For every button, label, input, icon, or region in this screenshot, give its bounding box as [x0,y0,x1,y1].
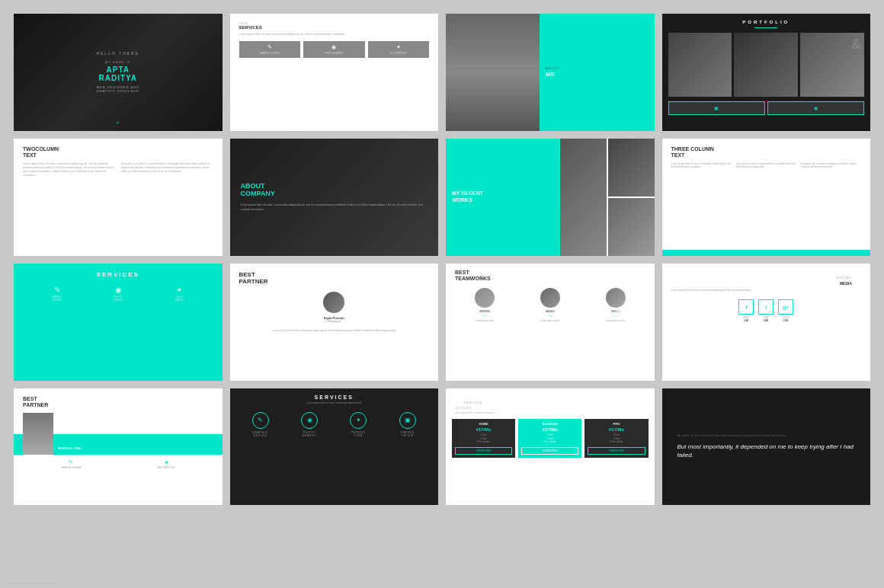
plan-pro-button[interactable]: ORDER NOW [588,447,645,455]
slide-1-intro[interactable]: HELLO THERE MY NAME IS APTA RADITYA WEB … [14,14,223,131]
slide-13-best-partner-photo[interactable]: BEST PARTNER WORTRUL CHO ✎ GRAPHIC DESIG… [14,388,223,506]
services-cyan-title: SERVICES [14,264,223,283]
team-icons-2: f t [549,315,552,318]
services-boxes: ✎ GRAPHIC DESIGN ◉ PHOTOGRAPHY ✦ ILLUSTR… [230,37,439,64]
team-avatar-2 [540,288,560,308]
intro-content: HELLO THERE MY NAME IS APTA RADITYA WEB … [14,14,223,131]
service-label-1: GRAPHIC DESIGN [260,52,280,55]
partner-avatar [323,292,344,313]
plan-home-price: #17/Mo [455,427,512,432]
dark-svc-icon-2: ◉ [307,417,312,423]
slide-16-quote[interactable]: My clients will, be to good luck, hard w… [662,388,871,506]
recent-works-grid [560,139,654,256]
slide-6-about-company[interactable]: ABOUT COMPANY Lorem ipsum dolor sit amet… [230,139,439,256]
plan-business-features: 1 User1 UserFree Update [521,433,578,444]
partner-photo-2 [23,413,53,455]
social-icons: f FACE 1.2K t TWIT 3.4K g+ GOOG 2.1K [662,296,871,325]
plan-pro-features: 1 User1 UserFree Update [588,433,645,444]
dark-svc-label-4: PRESENTATION [401,431,415,437]
service-label-2: PHOTOGRAPHY [325,52,343,55]
service-box-2: ◉ PHOTOGRAPHY [303,41,365,58]
partner-role: Photographer [327,320,341,323]
plan-pro: PRO #17/Mo 1 User1 UserFree Update ORDER… [585,419,648,458]
plan-business-button[interactable]: ORDER NOW [521,447,578,455]
plans-container: HOME #17/Mo 1 User1 UserFree Update ORDE… [446,419,655,464]
quote-text: But most importantly, it depended on me … [677,443,856,459]
services-cyan-icons: ✎ GRAPHICDESIGN ◉ PHOTOGRAPHY ✦ ILLUSTRA… [14,283,223,308]
dark-svc-icon-4: ▣ [405,417,411,423]
col-1: Lorem ipsum dolor sit amet, consectetur … [23,162,115,178]
about-me-text: ABOUT ME [540,14,654,131]
team-icon-fb: f [483,315,484,318]
partner-person: Kayla Primutu Photographer [230,289,439,326]
slide-5-two-column[interactable]: TWOCOLUMN TEXT Lorem ipsum dolor sit ame… [14,139,223,256]
dark-svc-icon-3: ✦ [356,417,361,423]
google-box: g+ [778,299,793,315]
slide-3-about-me[interactable]: ABOUT ME [446,14,655,131]
svc-item-3: ✦ ILLUSTRATION [175,286,184,302]
social-facebook: f FACE 1.2K [738,299,754,322]
service-icon-2: ◉ [332,44,336,50]
slide-12-social-media[interactable]: SOCIAL MEDIA Lorem ipsum dolor sit amet,… [662,264,871,381]
slide-14-services-dark[interactable]: SERVICES Lorem ipsum dolor sit amet, con… [230,388,439,506]
work-image-2 [608,139,655,197]
slide-7-recent-works[interactable]: MY RECENT WORKS [446,139,655,256]
about-me-photo [446,14,540,131]
three-col-title: THREE COLUMN TEXT [662,139,871,162]
svc-icon-2: ◉ [115,286,122,294]
plan-home-button[interactable]: ORDER NOW [455,447,512,455]
dark-svc-label-3: PRODUCTION [351,431,366,437]
svc-item-1: ✎ GRAPHICDESIGN [52,286,62,302]
slide-15-service-offers[interactable]: SERVICE OFFERS Lorem ipsum dolor sit ame… [446,388,655,506]
service-icon-1: ✎ [267,44,272,50]
quote-pretext: My clients will, be to good luck, hard w… [677,434,856,438]
ampersand-decoration: & [851,37,861,53]
services-header: OUR SERVICES [230,14,439,33]
slide-9-services-cyan[interactable]: SERVICES ✎ GRAPHICDESIGN ◉ PHOTOGRAPHY ✦… [14,264,223,381]
portfolio-item-1: ▣ [668,101,765,115]
company-text: Lorem ipsum dolor sit amet, consectetur … [241,203,428,212]
portfolio-item-icon-2: ◉ [814,105,818,110]
slide-11-best-teamworks[interactable]: BEST TEAMWORKS ARIA MIA f t Lorem ipsum … [446,264,655,381]
quote-content: My clients will, be to good luck, hard w… [662,388,871,506]
facebook-count: 1.2K [744,319,748,322]
svc-icon-1: ✎ [54,286,60,294]
hello-text: HELLO THERE [96,51,139,56]
slide-2-services[interactable]: OUR SERVICES Lorem ipsum dolor sit amet,… [230,14,439,131]
slide-4-portfolio[interactable]: PORTFOLIO & ▣ ◉ [662,14,871,131]
service-offers-sublabel: OFFERS [455,406,645,410]
team-desc-3: Lorem ipsum dolor [606,319,625,322]
services-title: SERVICES [239,25,430,30]
teamworks-title: BEST TEAMWORKS [446,264,655,286]
about-label: ABOUT [546,66,648,70]
dark-svc-label-1: GRAPHICDESIGN [252,431,268,437]
slide-10-best-partner[interactable]: BEST PARTNER Kayla Primutu Photographer … [230,264,439,381]
social-label: SOCIAL [827,270,861,281]
portfolio-photo-1 [668,33,732,97]
social-twitter: t TWIT 3.4K [758,299,774,322]
slide-8-three-column[interactable]: THREE COLUMN TEXT Lorem ipsum dolor sit … [662,139,871,256]
team-desc-2: Lorem ipsum dolor [540,319,559,322]
company-content: ABOUT COMPANY Lorem ipsum dolor sit amet… [230,139,439,256]
presenter-name: APTA RADITYA [98,66,137,82]
two-col-title: TWOCOLUMN TEXT [14,139,223,162]
social-desc: Lorem ipsum dolor sit amet, consectetur … [662,289,871,297]
three-col-2-text: Duis aute irure dolor in reprehenderit i… [736,162,796,169]
team-member-3: EMILY J f t Lorem ipsum dolor [606,288,626,322]
col-2: Duis aute irure dolor in reprehenderit i… [121,162,213,178]
team-avatar-3 [606,288,626,308]
twitter-box: t [758,299,774,315]
team-icon-tw-2: t [551,315,552,318]
three-col-1-text: Lorem ipsum dolor sit amet, consectetur … [671,162,732,169]
team-name-3: EMILY J [611,310,620,313]
offers-header: SERVICE OFFERS [446,388,655,411]
team-name-2: NADIA K [546,310,555,313]
google-count: 2.1K [783,319,788,322]
plan-home: HOME #17/Mo 1 User1 UserFree Update ORDE… [452,419,515,458]
services-dark-items: ✎ GRAPHICDESIGN ◉ PHOTOGRAPHY ✦ PRODUCTI… [230,409,439,440]
bi-graphic: ✎ GRAPHIC DESIGN [61,459,81,469]
recent-works-title: MY RECENT WORKS [452,190,554,203]
team-icons-1: f t [483,315,486,318]
service-label-3: ILLUSTRATION [390,52,406,55]
team-icon-tw-3: t [617,315,617,318]
